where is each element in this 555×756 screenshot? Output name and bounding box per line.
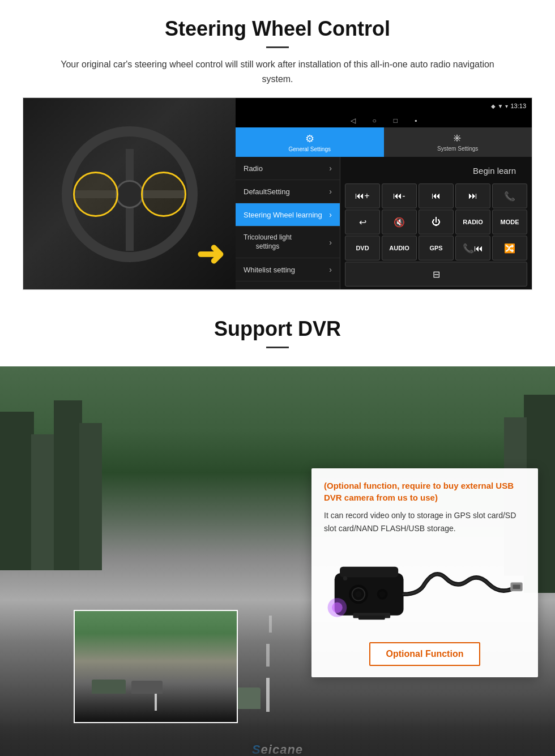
- tab-system-settings[interactable]: ⛯ System Settings: [384, 127, 532, 157]
- recents-icon[interactable]: □: [394, 117, 398, 125]
- menu-radio-label: Radio: [244, 164, 263, 173]
- tab-general-label: General Settings: [289, 146, 331, 152]
- dvr-inset-image: [74, 610, 238, 723]
- ctrl-radio-btn[interactable]: RADIO: [455, 210, 490, 234]
- svg-rect-0: [340, 567, 398, 578]
- dvr-dashboard: [0, 723, 555, 756]
- chevron-right-icon-2: ›: [329, 187, 332, 196]
- svg-point-6: [343, 576, 347, 580]
- back-call-icon: ↩: [359, 217, 366, 228]
- building-4: [79, 423, 102, 570]
- mute-icon: 🔇: [394, 217, 405, 228]
- menu-tricoloured[interactable]: Tricoloured lightsettings ›: [236, 227, 340, 258]
- road-marking-3: [269, 616, 272, 633]
- android-navbar[interactable]: ◁ ○ □ ▪: [236, 114, 532, 127]
- audio-label: AUDIO: [389, 245, 409, 251]
- building-1: [0, 412, 34, 570]
- power-icon: ⏻: [432, 217, 441, 227]
- control-row-1: ⏮+ ⏮- ⏮ ⏭ 📞: [343, 183, 530, 208]
- begin-learn-button[interactable]: Begin learn: [465, 163, 524, 179]
- whitelist-icon: ⊟: [433, 269, 440, 280]
- statusbar-icons: ◆ ▼ ▾ 13:13: [491, 102, 526, 109]
- ctrl-vol-down[interactable]: ⏮-: [382, 183, 417, 208]
- ctrl-shuffle-next[interactable]: 🔀: [492, 236, 527, 260]
- road-marking-2: [266, 644, 270, 667]
- svg-rect-10: [513, 584, 520, 588]
- control-row-3: DVD AUDIO GPS 📞⏮ 🔀: [343, 236, 530, 260]
- shuffle-icon: 🔀: [504, 243, 515, 254]
- menu-whitelist-label: Whitelist setting: [244, 266, 295, 274]
- ctrl-prev[interactable]: ⏮: [419, 183, 454, 208]
- optional-function-area: Optional Function: [324, 642, 526, 666]
- title-divider: [266, 46, 289, 48]
- dvr-camera-svg: [324, 544, 526, 634]
- begin-learn-row: Begin learn: [343, 159, 530, 182]
- system-icon: ⛯: [452, 133, 463, 144]
- ctrl-audio[interactable]: AUDIO: [382, 236, 417, 260]
- menu-whitelist[interactable]: Whitelist setting ›: [236, 258, 340, 281]
- menu-defaultsetting[interactable]: DefaultSetting ›: [236, 180, 340, 203]
- menu-radio[interactable]: Radio ›: [236, 157, 340, 180]
- control-row-4: ⊟: [343, 262, 530, 287]
- android-tabs: ⚙ General Settings ⛯ System Settings: [236, 127, 532, 157]
- ctrl-back[interactable]: ↩: [345, 210, 380, 234]
- android-content: Radio › DefaultSetting › Steering Wheel …: [236, 157, 532, 289]
- phone-icon: 📞: [504, 191, 515, 202]
- ctrl-phone[interactable]: 📞: [492, 183, 527, 208]
- chevron-right-icon-3: ›: [329, 210, 332, 219]
- radio-label: RADIO: [463, 219, 483, 225]
- ctrl-whitelist-icon[interactable]: ⊟: [345, 262, 527, 287]
- dvd-label: DVD: [356, 245, 369, 251]
- ctrl-power[interactable]: ⏻: [419, 210, 454, 234]
- ctrl-next[interactable]: ⏭: [455, 183, 490, 208]
- svg-rect-8: [358, 616, 385, 620]
- building-2: [31, 434, 57, 570]
- svg-point-3: [355, 591, 361, 597]
- dvr-title-divider: [266, 347, 289, 348]
- arrow-indicator: ➜: [196, 234, 224, 274]
- menu-steering-label: Steering Wheel learning: [244, 211, 322, 219]
- menu-icon[interactable]: ▪: [415, 117, 417, 125]
- chevron-right-icon-5: ›: [329, 265, 332, 274]
- ctrl-dvd[interactable]: DVD: [345, 236, 380, 260]
- signal-icon: ▼: [498, 103, 503, 109]
- ctrl-mode[interactable]: MODE: [492, 210, 527, 234]
- menu-steering-wheel-learning[interactable]: Steering Wheel learning ›: [236, 203, 340, 227]
- home-icon[interactable]: ○: [373, 117, 377, 125]
- dvr-optional-text: (Optional function, require to buy exter…: [324, 480, 526, 503]
- optional-function-button[interactable]: Optional Function: [369, 642, 481, 666]
- dvr-inset-road: [75, 611, 237, 722]
- menu-defaultsetting-label: DefaultSetting: [244, 187, 290, 196]
- steering-photo: ➜: [23, 98, 236, 290]
- dvr-title: Support DVR: [0, 317, 555, 341]
- dvr-camera-illustration: [324, 544, 526, 634]
- tab-general-settings[interactable]: ⚙ General Settings: [236, 127, 384, 157]
- dvr-info-card: (Optional function, require to buy exter…: [311, 468, 538, 677]
- dvr-background: Seicane (Optional function, require to b…: [0, 366, 555, 756]
- mode-label: MODE: [501, 219, 519, 225]
- ctrl-gps[interactable]: GPS: [419, 236, 454, 260]
- building-3: [54, 400, 82, 570]
- phone-prev-icon: 📞⏮: [463, 243, 483, 254]
- road-marking-1: [266, 678, 270, 712]
- ctrl-vol-up[interactable]: ⏮+: [345, 183, 380, 208]
- gps-icon: ◆: [491, 103, 496, 109]
- chevron-right-icon-4: ›: [329, 238, 332, 247]
- statusbar-time: 13:13: [510, 102, 526, 109]
- control-panel: Begin learn ⏮+ ⏮- ⏮ ⏭ 📞 ↩ 🔇 ⏻: [340, 157, 532, 289]
- chevron-right-icon: ›: [329, 164, 332, 173]
- android-statusbar: ◆ ▼ ▾ 13:13: [236, 98, 532, 114]
- steering-subtitle: Your original car's steering wheel contr…: [45, 57, 510, 86]
- wheel-center: [116, 180, 144, 208]
- back-icon[interactable]: ◁: [351, 117, 356, 125]
- ctrl-phone-prev[interactable]: 📞⏮: [455, 236, 490, 260]
- dvr-description: It can record video only to storage in G…: [324, 509, 526, 535]
- menu-tricoloured-label: Tricoloured lightsettings: [244, 233, 292, 251]
- wifi-icon: ▾: [505, 103, 508, 109]
- ctrl-mute[interactable]: 🔇: [382, 210, 417, 234]
- inset-car-2: [131, 681, 163, 694]
- vol-down-icon: ⏮-: [393, 191, 405, 201]
- svg-point-12: [332, 602, 343, 613]
- tab-system-label: System Settings: [437, 146, 478, 152]
- steering-section: Steering Wheel Control Your original car…: [0, 0, 555, 301]
